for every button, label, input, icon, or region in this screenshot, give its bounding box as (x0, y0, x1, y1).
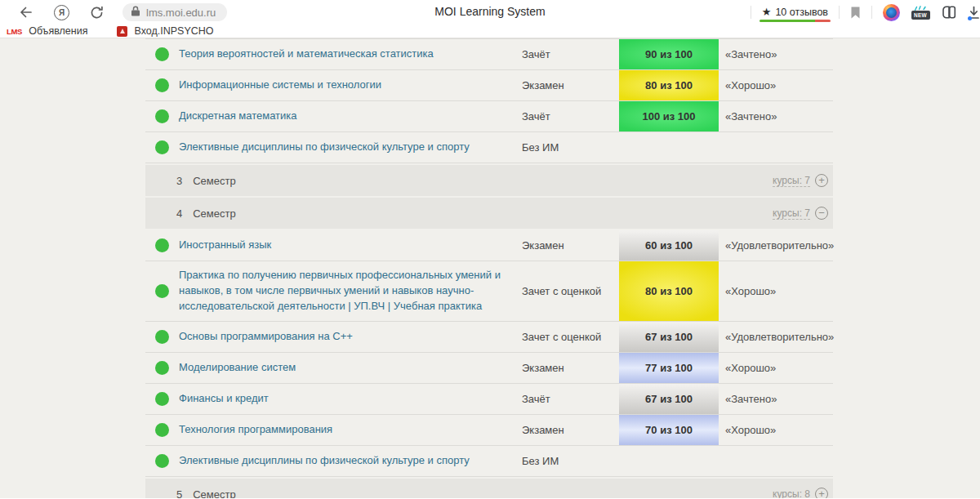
course-link[interactable]: Иностранный язык (179, 238, 522, 253)
inpsycho-favicon (117, 26, 127, 37)
course-row: Теория вероятностей и математическая ста… (145, 39, 833, 70)
course-status-icon (155, 454, 169, 468)
reviews-count: 10 отзывов (775, 7, 828, 18)
new-extension-icon[interactable]: NEW (911, 5, 930, 20)
assessment-type-label: Без ИМ (522, 455, 619, 467)
page-title: MOI Learning System (434, 5, 545, 18)
semester-number: 4 (176, 207, 182, 220)
score-cell: 67 из 100 (619, 384, 719, 414)
lms-favicon: LMS (7, 27, 22, 36)
refresh-icon[interactable] (89, 5, 105, 20)
course-link[interactable]: Технология программирования (179, 422, 522, 438)
bookmark-flag-icon[interactable] (850, 6, 861, 20)
score-cell: 100 из 100 (619, 101, 719, 131)
back-icon[interactable] (18, 4, 34, 20)
star-icon: ★ (762, 7, 772, 17)
expand-icon[interactable]: + (815, 488, 828, 498)
course-link[interactable]: Моделирование систем (179, 360, 522, 376)
course-link[interactable]: Практика по получению первичных професси… (179, 268, 522, 314)
browser-toolbar: Я lms.moi.edu.ru MOI Learning System ★ 1… (0, 0, 980, 25)
score-cell: 90 из 100 (619, 39, 719, 69)
bookmark-label: Объявления (29, 25, 87, 37)
grade-label: «Хорошо» (719, 424, 833, 436)
score-cell: 67 из 100 (619, 322, 719, 352)
course-row: Основы программирования на C++Зачет с оц… (145, 322, 833, 353)
course-link[interactable]: Финансы и кредит (179, 391, 522, 407)
score-cell (619, 132, 719, 163)
bookmark-inpsycho[interactable]: Вход.INPSYCHO (117, 25, 213, 37)
assessment-type-label: Без ИМ (522, 141, 619, 154)
course-status-icon (155, 47, 169, 61)
yandex-glyph: Я (59, 8, 65, 17)
bookmarks-bar: LMS Объявления Вход.INPSYCHO (0, 25, 980, 38)
course-status-icon (155, 284, 169, 298)
collapse-icon[interactable]: − (815, 207, 828, 220)
semester-row-4[interactable]: 4Семестркурсы: 7− (145, 198, 833, 229)
course-link[interactable]: Элективные дисциплины по физической куль… (179, 453, 522, 469)
lock-icon (131, 5, 140, 20)
assessment-type-label: Экзамен (522, 79, 619, 91)
semester-row-3[interactable]: 3Семестркурсы: 7+ (145, 165, 833, 196)
courses-count-link[interactable]: курсы: 7 (773, 175, 810, 187)
grade-label: «Зачтено» (719, 48, 833, 60)
browser-profile-icon[interactable] (883, 4, 900, 21)
course-status-icon (155, 140, 169, 154)
separator (839, 6, 840, 19)
download-icon[interactable] (968, 6, 980, 20)
course-status-icon (155, 238, 169, 252)
course-row: Практика по получению первичных професси… (145, 261, 833, 322)
course-link[interactable]: Дискретная математика (179, 109, 522, 124)
expand-icon[interactable]: + (815, 174, 828, 187)
score-cell (619, 446, 719, 476)
semester-title: Семестр (193, 175, 235, 187)
semester-number: 3 (176, 175, 182, 187)
collections-icon[interactable] (941, 5, 957, 20)
assessment-type-label: Экзамен (522, 362, 619, 374)
course-row: Дискретная математикаЗачёт100 из 100«Зач… (145, 101, 833, 132)
grade-label: «Зачтено» (719, 393, 833, 405)
assessment-type-label: Экзамен (522, 424, 619, 436)
grade-label: «Хорошо» (719, 362, 833, 374)
course-row: Элективные дисциплины по физической куль… (145, 132, 833, 163)
download-notification-dot (968, 16, 972, 20)
grade-label: «Удовлетворительно» (719, 239, 834, 252)
course-row: Технология программированияЭкзамен70 из … (145, 415, 833, 446)
assessment-type-label: Зачёт (522, 110, 619, 123)
yandex-icon[interactable]: Я (54, 5, 69, 20)
course-link[interactable]: Информационные системы и технологии (179, 78, 522, 93)
courses-count-link[interactable]: курсы: 8 (773, 488, 810, 499)
rating-bar (760, 20, 831, 22)
bookmark-label: Вход.INPSYCHO (134, 25, 213, 37)
grade-label: «Хорошо» (719, 79, 833, 91)
address-bar[interactable]: lms.moi.edu.ru (122, 3, 227, 21)
course-status-icon (155, 78, 169, 92)
course-link[interactable]: Элективные дисциплины по физической куль… (179, 140, 522, 155)
course-row: Элективные дисциплины по физической куль… (145, 446, 833, 477)
course-status-icon (155, 423, 169, 437)
course-row: Моделирование системЭкзамен77 из 100«Хор… (145, 353, 833, 384)
reviews-rating[interactable]: ★ 10 отзывов (762, 7, 828, 22)
separator (751, 6, 751, 19)
grade-label: «Удовлетворительно» (719, 331, 834, 343)
score-cell: 70 из 100 (619, 415, 719, 445)
course-status-icon (155, 330, 169, 344)
score-cell: 60 из 100 (619, 230, 719, 261)
course-link[interactable]: Основы программирования на C++ (179, 329, 522, 345)
course-link[interactable]: Теория вероятностей и математическая ста… (179, 47, 522, 62)
assessment-type-label: Экзамен (522, 239, 619, 252)
courses-count-link[interactable]: курсы: 7 (773, 207, 810, 220)
new-badge-label: NEW (911, 11, 930, 20)
semester-row-5[interactable]: 5Семестркурсы: 8+ (145, 479, 833, 498)
assessment-type-label: Зачет с оценкой (522, 331, 619, 343)
course-row: Иностранный языкЭкзамен60 из 100«Удовлет… (145, 230, 833, 261)
score-cell: 77 из 100 (619, 353, 719, 383)
score-cell: 80 из 100 (619, 261, 719, 321)
course-row: Финансы и кредитЗачёт67 из 100«Зачтено» (145, 384, 833, 415)
assessment-type-label: Зачет с оценкой (522, 285, 619, 297)
course-status-icon (155, 109, 169, 123)
semester-number: 5 (176, 488, 182, 499)
grade-label: «Хорошо» (719, 285, 833, 297)
semester-title: Семестр (193, 207, 235, 220)
score-cell: 80 из 100 (619, 70, 719, 100)
bookmark-lms[interactable]: LMS Объявления (7, 25, 87, 37)
